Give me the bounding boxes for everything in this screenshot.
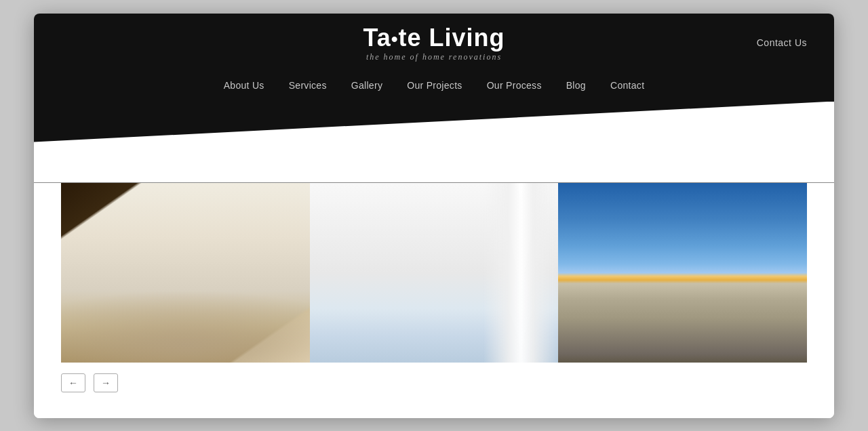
gallery-image-2 bbox=[310, 183, 559, 363]
nav-item-our-projects[interactable]: Our Projects bbox=[407, 80, 462, 91]
logo-title: Ta•te Living bbox=[363, 26, 505, 50]
nav-item-about-us[interactable]: About Us bbox=[224, 80, 264, 91]
logo-text: Ta•te Living bbox=[363, 24, 505, 52]
header-top: Ta•te Living the home of home renovation… bbox=[34, 14, 834, 72]
diagonal-divider bbox=[34, 102, 834, 183]
gallery-controls: ← → bbox=[61, 363, 807, 398]
nav-item-services[interactable]: Services bbox=[289, 80, 327, 91]
gallery-prev-button[interactable]: ← bbox=[61, 373, 85, 392]
gallery-grid bbox=[61, 183, 807, 363]
gallery-image-3 bbox=[558, 183, 807, 363]
main-nav: About Us Services Gallery Our Projects O… bbox=[34, 72, 834, 102]
browser-window: Ta•te Living the home of home renovation… bbox=[34, 14, 834, 418]
nav-item-our-process[interactable]: Our Process bbox=[487, 80, 542, 91]
main-content: ← → bbox=[34, 183, 834, 418]
logo-subtitle: the home of home renovations bbox=[363, 52, 505, 62]
nav-item-blog[interactable]: Blog bbox=[566, 80, 586, 91]
nav-item-contact[interactable]: Contact bbox=[610, 80, 644, 91]
site-header: Ta•te Living the home of home renovation… bbox=[34, 14, 834, 102]
gallery-image-1 bbox=[61, 183, 310, 363]
contact-us-button[interactable]: Contact Us bbox=[757, 37, 807, 48]
nav-item-gallery[interactable]: Gallery bbox=[351, 80, 382, 91]
logo-area: Ta•te Living the home of home renovation… bbox=[363, 26, 505, 62]
gallery-next-button[interactable]: → bbox=[94, 373, 118, 392]
